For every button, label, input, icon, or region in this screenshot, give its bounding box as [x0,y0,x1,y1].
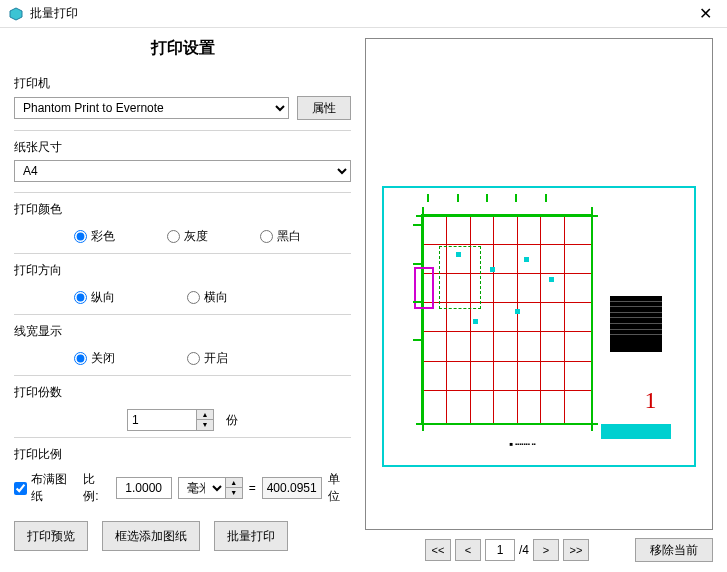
copies-spinner: ▲ ▼ [127,409,214,431]
app-icon [8,6,24,22]
copies-down[interactable]: ▼ [197,420,213,430]
unit-down[interactable]: ▼ [226,488,242,498]
unit-up[interactable]: ▲ [226,478,242,488]
unit-spinner: 毫米 ▲ ▼ [178,477,243,499]
color-option-gray[interactable]: 灰度 [167,228,208,245]
linewidth-options: 关闭 开启 [14,344,351,373]
ratio-label: 打印比例 [14,446,351,463]
orientation-options: 纵向 横向 [14,283,351,312]
remove-current-button[interactable]: 移除当前 [635,538,713,562]
unit-select[interactable]: 毫米 [178,477,226,499]
panel-title: 打印设置 [14,38,351,59]
color-option-bw[interactable]: 黑白 [260,228,301,245]
page-input[interactable] [485,539,515,561]
prev-page-button[interactable]: < [455,539,481,561]
printer-row: Phantom Print to Evernote 属性 [14,96,351,120]
orientation-landscape[interactable]: 横向 [187,289,228,306]
printer-label: 打印机 [14,75,351,92]
ratio-result [262,477,322,499]
batch-print-dialog: 批量打印 ✕ 打印设置 打印机 Phantom Print to Evernot… [0,0,727,572]
result-unit: 单位 [328,471,351,505]
color-options: 彩色 灰度 黑白 [14,222,351,251]
copies-input[interactable] [127,409,197,431]
paper-label: 纸张尺寸 [14,139,351,156]
linewidth-on[interactable]: 开启 [187,350,228,367]
linewidth-off[interactable]: 关闭 [74,350,115,367]
linewidth-label: 线宽显示 [14,323,351,340]
preview-box: 1 ■ ▪▪▪▪▪▪▪ ▪▪ [365,38,713,530]
copies-unit: 份 [226,412,238,429]
color-label: 打印颜色 [14,201,351,218]
orientation-label: 打印方向 [14,262,351,279]
titlebar: 批量打印 ✕ [0,0,727,28]
copies-up[interactable]: ▲ [197,410,213,420]
printer-props-button[interactable]: 属性 [297,96,351,120]
last-page-button[interactable]: >> [563,539,589,561]
copies-row: ▲ ▼ 份 [14,405,351,435]
settings-panel: 打印设置 打印机 Phantom Print to Evernote 属性 纸张… [0,28,365,572]
color-option-color[interactable]: 彩色 [74,228,115,245]
ratio-text: 比例: [83,471,110,505]
orientation-portrait[interactable]: 纵向 [74,289,115,306]
dialog-body: 打印设置 打印机 Phantom Print to Evernote 属性 纸张… [0,28,727,572]
copies-label: 打印份数 [14,384,351,401]
window-title: 批量打印 [30,5,691,22]
printer-select[interactable]: Phantom Print to Evernote [14,97,289,119]
ratio-input[interactable] [116,477,172,499]
drawing-caption: ■ ▪▪▪▪▪▪▪ ▪▪ [510,441,536,447]
first-page-button[interactable]: << [425,539,451,561]
action-buttons: 打印预览 框选添加图纸 批量打印 [14,521,351,551]
batch-print-button[interactable]: 批量打印 [214,521,288,551]
sheet-number: 1 [645,387,657,414]
page-nav: << < /4 > >> [425,539,589,561]
preview-button[interactable]: 打印预览 [14,521,88,551]
preview-panel: 1 ■ ▪▪▪▪▪▪▪ ▪▪ << < /4 > >> 移除当前 [365,28,727,572]
fill-paper-checkbox[interactable]: 布满图纸 [14,471,77,505]
svg-marker-0 [10,8,22,20]
close-button[interactable]: ✕ [691,2,719,26]
nav-row: << < /4 > >> 移除当前 [365,538,713,562]
drawing-preview: 1 ■ ▪▪▪▪▪▪▪ ▪▪ [372,81,706,487]
equals-sign: = [249,481,256,495]
title-block [610,296,663,352]
revision-block [601,424,672,439]
paper-select[interactable]: A4 [14,160,351,182]
frame-add-button[interactable]: 框选添加图纸 [102,521,200,551]
next-page-button[interactable]: > [533,539,559,561]
page-total: /4 [519,543,529,557]
ratio-row: 布满图纸 比例: 毫米 ▲ ▼ = 单位 [14,467,351,509]
